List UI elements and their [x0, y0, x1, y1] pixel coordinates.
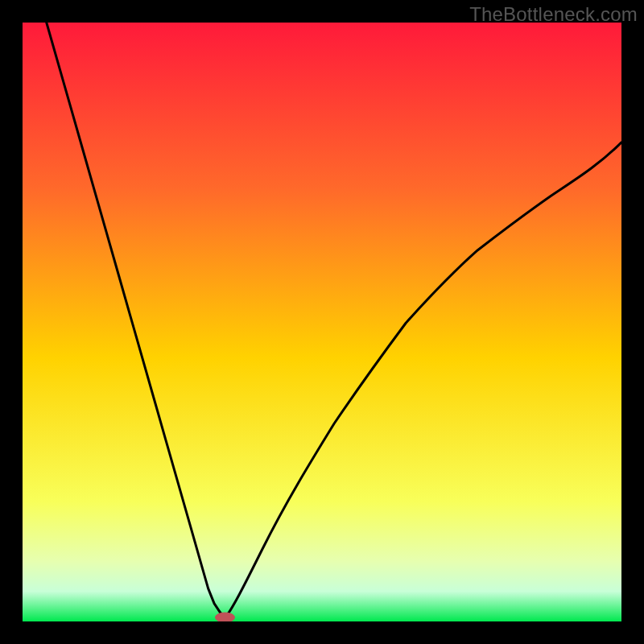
optimum-marker: [215, 613, 234, 621]
chart-container: TheBottleneck.com: [0, 0, 644, 644]
chart-svg: [23, 23, 621, 621]
gradient-background: [23, 23, 621, 621]
plot-area: [23, 23, 621, 621]
